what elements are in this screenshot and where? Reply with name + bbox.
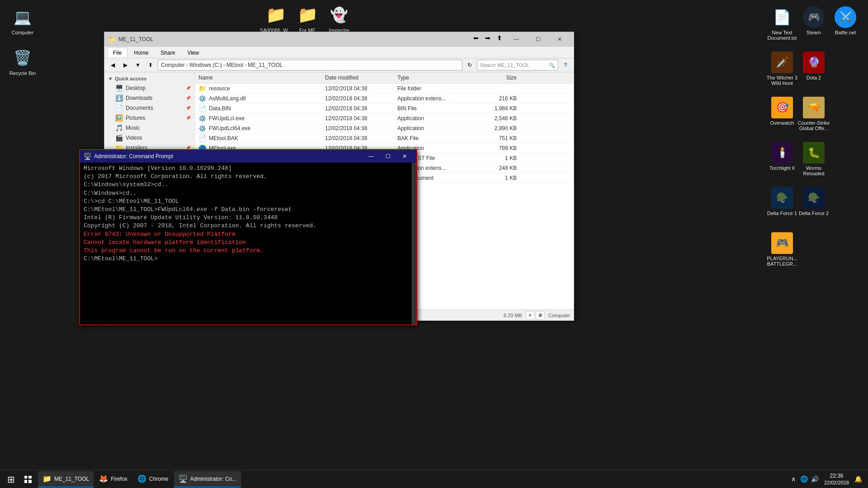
desktop-icon-new-text-doc[interactable]: 📄 New Text Document.txt	[764, 5, 800, 42]
cmd-scrollbar[interactable]	[412, 163, 416, 324]
search-icon: 🔍	[549, 62, 555, 68]
sidebar-item-pictures[interactable]: 🖼️ Pictures 📌	[104, 113, 194, 123]
desktop-icon-witcher[interactable]: 🗡️ The Witcher 3 Wild Hunt	[764, 50, 800, 88]
quick-access-label: Quick access	[115, 76, 146, 81]
desktop-icon-pubg[interactable]: 🎮 PLAYERUN... BATTLEGR...	[764, 230, 800, 268]
nav-refresh-button[interactable]: ↻	[464, 60, 475, 70]
explorer-maximize-button[interactable]: ☐	[528, 33, 548, 46]
tab-share[interactable]: Share	[155, 47, 181, 58]
desktop-icon-overwatch[interactable]: 🎯 Overwatch	[764, 95, 800, 127]
table-row[interactable]: 📁 resource 12/02/2018 04:38 File folder	[195, 84, 574, 94]
start-button[interactable]: ⊞	[2, 471, 20, 488]
breadcrumb[interactable]: Computer › Windows (C:) › MEtool › ME_11…	[158, 60, 462, 70]
torchlight-icon: 🕯️	[771, 142, 793, 164]
sidebar-item-videos[interactable]: 🎬 Videos	[104, 133, 194, 143]
battle-net-icon: ⚔️	[835, 6, 856, 28]
overwatch-label: Overwatch	[770, 120, 794, 126]
explorer-minimize-button[interactable]: —	[506, 33, 527, 46]
sidebar-header-quick-access: ▼ Quick access	[104, 74, 194, 83]
file-modified: 12/02/2018 04:38	[321, 124, 394, 132]
desktop-pin-icon: 📌	[186, 86, 191, 90]
explorer-nav-back-title[interactable]: ⬅	[471, 33, 481, 43]
nav-back-button[interactable]: ◀	[107, 60, 118, 70]
delta-force2-icon: 🪖	[803, 187, 825, 209]
view-grid-button[interactable]: ⊞	[536, 311, 545, 319]
tab-home[interactable]: Home	[128, 47, 154, 58]
cmd-minimize-button[interactable]: —	[363, 151, 379, 162]
table-row[interactable]: 📄 MEtool.BAK 12/02/2018 04:38 BAK File 7…	[195, 133, 574, 143]
taskbar-item-chrome[interactable]: 🌐 Chrome	[133, 471, 173, 488]
tab-file[interactable]: File	[107, 47, 127, 58]
sidebar-item-music[interactable]: 🎵 Music	[104, 123, 194, 133]
taskbar-item-label: Administrator: Co...	[190, 476, 237, 482]
file-type-icon: ⚙️	[198, 115, 206, 122]
help-button[interactable]: ?	[560, 60, 571, 70]
search-box[interactable]: Search ME_11_TOOL 🔍	[477, 60, 558, 70]
desktop-icon-recycle[interactable]: 🗑️ Recycle Bin	[5, 45, 41, 78]
col-size[interactable]: Size	[475, 73, 520, 82]
col-type[interactable]: Type	[394, 73, 475, 82]
desktop-icon-dota2[interactable]: 🔮 Dota 2	[796, 50, 832, 82]
desktop-icon-inspectre[interactable]: 👻 Inspectre	[321, 2, 357, 35]
taskbar-item-cmd[interactable]: 🖥️ Administrator: Co...	[174, 471, 241, 488]
cmd-titlebar: 🖥️ Administrator: Command Prompt — ☐ ✕	[80, 150, 416, 163]
file-type: Application	[394, 114, 475, 122]
file-name-cell: 📁 resource	[195, 84, 321, 93]
tray-volume-icon[interactable]: 🔊	[811, 474, 820, 483]
taskbar: ⊞ 📁 ME_11_TOOL 🦊 Firefox 🌐 Chrome 🖥️ Adm…	[0, 470, 868, 488]
file-size: 2,546 KB	[475, 114, 520, 122]
ribbon-tabs: File Home Share View	[104, 47, 574, 58]
sidebar-item-desktop[interactable]: 🖥️ Desktop 📌	[104, 83, 194, 93]
tray-expand-icon[interactable]: ∧	[789, 474, 798, 483]
file-type-icon: 📄	[198, 105, 206, 112]
tray-clock[interactable]: 22:36 22/02/2018	[821, 473, 852, 486]
tab-view[interactable]: View	[181, 47, 205, 58]
desktop-icon-torchlight[interactable]: 🕯️ Torchlight II	[764, 140, 800, 173]
taskbar-item-icon: 🌐	[137, 474, 146, 483]
new-text-doc-label: New Text Document.txt	[766, 30, 798, 41]
desktop-icon-steam[interactable]: 🎮 Steam	[796, 5, 832, 37]
table-row[interactable]: ⚙️ FWUpdLcl.exe 12/02/2018 04:38 Applica…	[195, 113, 574, 123]
table-row[interactable]: 📄 Data.BIN 12/02/2018 04:38 BIN File 1,9…	[195, 103, 574, 113]
sidebar-item-downloads[interactable]: ⬇️ Downloads 📌	[104, 93, 194, 103]
cmd-controls: — ☐ ✕	[363, 151, 413, 162]
desktop-icon-worms[interactable]: 🐛 Worms Reloaded	[796, 140, 832, 178]
col-modified[interactable]: Date modified	[321, 73, 394, 82]
cmd-window: 🖥️ Administrator: Command Prompt — ☐ ✕ M…	[79, 149, 417, 325]
explorer-nav-forward-title[interactable]: ➡	[482, 33, 493, 43]
sidebar-item-documents[interactable]: 📄 Documents 📌	[104, 103, 194, 113]
table-row[interactable]: ⚙️ FWUpdLcl64.exe 12/02/2018 04:38 Appli…	[195, 123, 574, 133]
file-size: 2,890 KB	[475, 124, 520, 132]
explorer-nav-up[interactable]: ⬆	[494, 33, 505, 43]
desktop-icon-sa00086[interactable]: 📁 SA00086_W...	[258, 2, 294, 35]
desktop-icon-csgo[interactable]: 🔫 Counter-Strike Global Offe...	[796, 95, 832, 133]
cmd-line: C:\MEtool\ME_11_TOOL>FWUpdLcl64.exe -f D…	[84, 206, 408, 214]
nav-recent-button[interactable]: ▼	[132, 60, 143, 70]
file-size: 751 KB	[475, 134, 520, 142]
file-size: 1,984 KB	[475, 104, 520, 113]
nav-up-button[interactable]: ⬆	[145, 60, 156, 70]
computer-icon: 💻	[12, 6, 33, 28]
cmd-restore-button[interactable]: ☐	[380, 151, 396, 162]
breadcrumb-metool: MEtool	[226, 62, 243, 68]
nav-forward-button[interactable]: ▶	[120, 60, 131, 70]
desktop-icon-computer[interactable]: 💻 Computer	[5, 5, 41, 37]
taskbar-item-explorer[interactable]: 📁 ME_11_TOOL	[38, 471, 94, 488]
taskbar-item-firefox[interactable]: 🦊 Firefox	[94, 471, 132, 488]
cmd-line: This program cannot be run on the curren…	[84, 247, 408, 255]
task-view-button[interactable]	[20, 471, 36, 488]
view-list-button[interactable]: ≡	[526, 311, 535, 319]
cmd-close-button[interactable]: ✕	[396, 151, 413, 162]
col-name[interactable]: Name	[195, 73, 321, 82]
explorer-close-button[interactable]: ✕	[549, 33, 570, 46]
documents-sidebar-icon: 📄	[115, 104, 123, 112]
desktop-icon-battle-net[interactable]: ⚔️ Battle.net	[827, 5, 863, 37]
tray-notification-icon[interactable]: 🔔	[854, 474, 863, 483]
desktop-icon-delta-force1[interactable]: 🪖 Delta Force 1	[764, 185, 800, 218]
table-row[interactable]: ⚙️ AsMultiLang.dll 12/02/2018 04:38 Appl…	[195, 94, 574, 103]
tray-network-icon[interactable]: 🌐	[800, 474, 809, 483]
breadcrumb-computer: Computer	[161, 62, 185, 68]
desktop-icon-delta-force2[interactable]: 🪖 Delta Force 2	[796, 185, 832, 218]
cmd-content[interactable]: Microsoft Windows [Version 10.0.16299.24…	[80, 163, 412, 324]
sidebar-music-label: Music	[126, 125, 140, 131]
